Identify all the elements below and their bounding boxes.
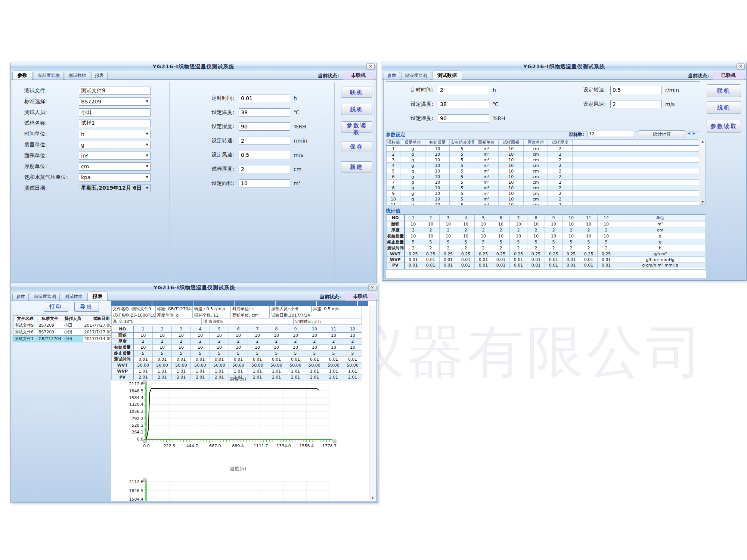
- close-icon[interactable]: ×: [368, 284, 376, 291]
- dropdown-icon[interactable]: ▼: [146, 100, 148, 103]
- combo-field[interactable]: cm▼: [79, 162, 151, 171]
- export-button[interactable]: 导出: [74, 302, 99, 312]
- table-row[interactable]: 10g105m²10cm2: [387, 196, 699, 202]
- input-field[interactable]: 测试文件9: [79, 87, 151, 95]
- setpoint-input[interactable]: [438, 114, 489, 122]
- button-保存[interactable]: 保存: [341, 141, 372, 152]
- cell: 1.01: [248, 368, 267, 374]
- combo-field[interactable]: in²▼: [79, 152, 151, 160]
- setpoint-input[interactable]: [438, 100, 489, 108]
- cell: 10: [580, 221, 598, 227]
- setpoint-input[interactable]: [438, 86, 489, 94]
- scroll-down-icon[interactable]: ▼: [369, 496, 376, 500]
- cell: 10: [492, 221, 510, 227]
- setting-input[interactable]: [239, 94, 290, 102]
- dropdown-icon[interactable]: ▼: [146, 132, 148, 136]
- button-参数读取[interactable]: 参数读取: [707, 120, 741, 133]
- param-table-scrollbar[interactable]: ▲ ▼: [700, 139, 706, 205]
- table-row[interactable]: 11g105m²10cm2: [387, 202, 699, 206]
- file-row[interactable]: 测试文件6BS7209小田2017/7/27 00:00: [13, 329, 120, 336]
- table-row[interactable]: 5g105m²10cm2: [387, 168, 699, 174]
- date-picker-field[interactable]: 星期五,2019年12月 6日▼: [79, 184, 151, 192]
- input-field[interactable]: 试样1: [79, 119, 151, 127]
- setpoint-input[interactable]: [610, 100, 662, 108]
- tab-报表[interactable]: 报表: [91, 72, 108, 80]
- setting-input[interactable]: [239, 165, 290, 173]
- setting-input[interactable]: [239, 137, 290, 145]
- pager-arrows[interactable]: ◀ ▶: [688, 131, 696, 135]
- dropdown-icon[interactable]: ▼: [146, 175, 148, 179]
- dropdown-icon[interactable]: ▼: [146, 143, 148, 146]
- combo-field[interactable]: BS7209▼: [79, 97, 151, 106]
- column-header[interactable]: 标准文件: [37, 315, 63, 322]
- setting-input[interactable]: [239, 151, 290, 159]
- scroll-down-icon[interactable]: ▼: [700, 200, 705, 204]
- cell: cm: [524, 146, 548, 152]
- table-row[interactable]: 3g105m²10cm2: [387, 157, 699, 163]
- table-row[interactable]: 7g105m²10cm2: [387, 180, 699, 185]
- report-scrollbar[interactable]: ▼: [369, 306, 376, 500]
- titlebar[interactable]: YG216-I织物透湿量仪测试系统 ×: [382, 62, 746, 71]
- tab-参数[interactable]: 参数: [12, 293, 29, 301]
- close-icon[interactable]: ×: [366, 63, 375, 70]
- table-row[interactable]: 4g105m²10cm2: [387, 163, 699, 168]
- form-row: 时间单位:h▼: [12, 128, 168, 139]
- column-header[interactable]: 操作人员: [63, 315, 83, 322]
- button-联机[interactable]: 联机: [707, 84, 741, 97]
- cell: 5: [450, 191, 474, 196]
- button-新建[interactable]: 新建: [341, 161, 372, 172]
- titlebar[interactable]: YG216-I织物透湿量仪测试系统 ×: [11, 62, 376, 71]
- table-row[interactable]: 6g105m²10cm2: [387, 174, 699, 180]
- table-row[interactable]: 1g105m²10cm2: [387, 146, 699, 152]
- button-脱机[interactable]: 脱机: [341, 104, 372, 115]
- combo-field[interactable]: kpa▼: [79, 173, 151, 181]
- y-tick-label: 2112.6: [129, 382, 144, 386]
- tab-参数[interactable]: 参数: [12, 71, 32, 80]
- table-row[interactable]: 2g105m²10cm2: [387, 152, 699, 157]
- close-icon[interactable]: ×: [737, 63, 745, 70]
- cup-count-input[interactable]: [587, 131, 635, 137]
- file-row[interactable]: 测试文件1GB/T12704小田2017/7/14 00:00: [13, 336, 120, 342]
- setting-input[interactable]: [239, 108, 290, 116]
- dropdown-icon[interactable]: ▼: [146, 186, 148, 190]
- stat-calc-button[interactable]: 统计计算: [639, 130, 685, 138]
- file-row[interactable]: 测试文件9BS7209小田2017/7/27 00:00: [13, 322, 120, 329]
- tab-测试数据[interactable]: 测试数据: [65, 72, 90, 80]
- setpoint-label: 设定风速:: [571, 101, 606, 108]
- dropdown-icon[interactable]: ▼: [146, 165, 148, 168]
- input-field[interactable]: 小田: [79, 108, 151, 116]
- cell: 0.01: [305, 357, 324, 363]
- print-button[interactable]: 打印: [44, 302, 68, 312]
- setting-input[interactable]: [239, 179, 290, 187]
- table-row[interactable]: 8g105m²10cm2: [387, 185, 699, 191]
- cell: 2: [598, 227, 615, 233]
- tab-测试数据[interactable]: 测试数据: [61, 293, 86, 301]
- titlebar[interactable]: YG216-I织物透湿量仪测试系统 ×: [11, 283, 378, 292]
- setting-label: 设定面积:: [189, 180, 234, 187]
- tab-温湿度监测[interactable]: 温湿度监测: [34, 72, 63, 80]
- tab-温湿度监测[interactable]: 温湿度监测: [30, 293, 60, 301]
- button-联机[interactable]: 联机: [341, 87, 372, 98]
- cell: 2: [562, 227, 580, 233]
- setting-input[interactable]: [239, 122, 290, 131]
- pager-left-icon[interactable]: ◀: [688, 131, 691, 135]
- dropdown-icon[interactable]: ▼: [146, 154, 148, 157]
- setpoint-input[interactable]: [610, 86, 662, 94]
- cell: 5: [598, 239, 615, 245]
- combo-field[interactable]: h▼: [79, 130, 151, 138]
- button-脱机[interactable]: 脱机: [707, 101, 741, 114]
- cell: 5: [450, 146, 474, 152]
- combo-field[interactable]: g▼: [79, 141, 151, 149]
- tab-温湿度监测[interactable]: 温湿度监测: [401, 72, 431, 80]
- column-header[interactable]: 文件名称: [13, 315, 37, 322]
- tab-参数[interactable]: 参数: [384, 72, 400, 80]
- cell: m²: [474, 152, 499, 157]
- cell: 5: [580, 239, 598, 245]
- table-row[interactable]: 9g105m²10cm2: [387, 191, 699, 196]
- scroll-up-icon[interactable]: ▲: [700, 140, 705, 143]
- pager-right-icon[interactable]: ▶: [693, 131, 696, 135]
- tab-报表[interactable]: 报表: [87, 292, 108, 301]
- button-参数读取[interactable]: 参数读取: [341, 121, 372, 133]
- y-tick-label: 2112.6: [129, 479, 144, 484]
- tab-测试数据[interactable]: 测试数据: [432, 71, 462, 80]
